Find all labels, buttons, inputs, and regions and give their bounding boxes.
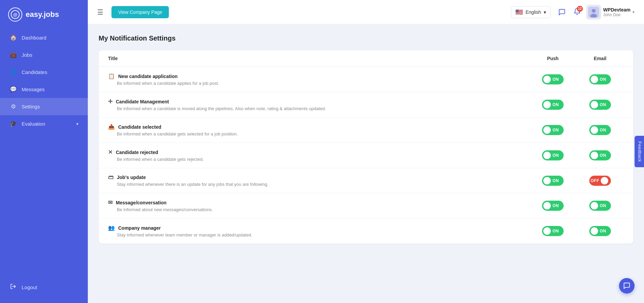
settings-icon: ⚙: [9, 103, 17, 110]
sidebar-item-jobs[interactable]: 💼 Jobs: [0, 46, 88, 64]
col-title-header: Title: [108, 56, 529, 61]
sidebar-item-candidates[interactable]: 👤 Candidates: [0, 64, 88, 81]
push-toggle-candidate-selected[interactable]: ON: [542, 125, 564, 135]
sidebar-item-dashboard[interactable]: 🏠 Dashboard: [0, 29, 88, 46]
row-title-message: Message/conversation: [116, 200, 166, 205]
notification-settings-card: Title Push Email 📋 New candidate applica…: [99, 50, 633, 244]
flag-icon: 🇺🇸: [515, 8, 523, 16]
new-candidate-icon: 📋: [108, 73, 115, 79]
user-subtitle: John Doe: [603, 12, 630, 17]
jobs-icon: 💼: [9, 51, 17, 58]
email-toggle-message[interactable]: ON: [589, 201, 611, 211]
row-desc-new-candidate: Be informed when a candidate applies for…: [117, 81, 529, 86]
chevron-down-icon: ▾: [76, 122, 78, 126]
main-content: ☰ View Company Page 🇺🇸 English ▾ 12: [88, 0, 644, 303]
push-toggle-message[interactable]: ON: [542, 201, 564, 211]
col-email-header: Email: [576, 56, 624, 61]
col-push-header: Push: [529, 56, 576, 61]
candidate-mgmt-icon: ✛: [108, 98, 112, 105]
row-title-jobs-update: Job's update: [117, 175, 146, 180]
row-desc-jobs-update: Stay informed whenever there is an updat…: [117, 182, 529, 187]
row-desc-candidate-selected: Be informed when a candidate gets select…: [117, 131, 529, 136]
logo-icon: @: [8, 7, 22, 22]
row-desc-candidate-mgmt: Be informed when a candidate is moved al…: [117, 106, 529, 111]
candidates-icon: 👤: [9, 69, 17, 76]
row-title-new-candidate: New candidate application: [118, 74, 178, 79]
table-row: 📋 New candidate application Be informed …: [99, 67, 633, 92]
email-toggle-jobs-update[interactable]: OFF: [589, 176, 611, 186]
table-row: 👥 Company manager Stay informed whenever…: [99, 219, 633, 244]
push-toggle-company-manager[interactable]: ON: [542, 226, 564, 236]
chat-bubble[interactable]: [619, 278, 635, 294]
table-row: ✉ Message/conversation Be informed about…: [99, 193, 633, 219]
row-title-candidate-mgmt: Candidate Management: [116, 99, 169, 104]
jobs-update-icon: 🗃: [108, 174, 113, 180]
row-title-candidate-rejected: Candidate rejected: [116, 150, 158, 155]
view-company-page-button[interactable]: View Company Page: [111, 6, 169, 18]
sidebar-item-settings[interactable]: ⚙ Settings: [0, 98, 88, 115]
logout-icon: [9, 283, 17, 291]
header: ☰ View Company Page 🇺🇸 English ▾ 12: [88, 0, 644, 24]
company-manager-icon: 👥: [108, 225, 115, 231]
email-toggle-candidate-rejected[interactable]: ON: [589, 150, 611, 160]
candidate-rejected-icon: ✕: [108, 149, 112, 155]
svg-text:@: @: [13, 12, 18, 17]
sidebar-item-evaluation[interactable]: 🎓 Evaluation ▾: [0, 115, 88, 132]
logo-area[interactable]: @ easy.jobs: [0, 0, 88, 29]
language-chevron-icon: ▾: [544, 9, 546, 15]
row-desc-company-manager: Stay informed whenever team member or ma…: [117, 232, 529, 237]
notification-count-badge: 12: [577, 6, 583, 12]
sidebar-item-logout[interactable]: Logout: [0, 278, 88, 296]
sidebar-item-messages[interactable]: 💬 Messages: [0, 81, 88, 98]
language-label: English: [525, 9, 541, 15]
push-toggle-candidate-mgmt[interactable]: ON: [542, 100, 564, 110]
user-chevron-icon: ▾: [633, 10, 635, 15]
sidebar: @ easy.jobs 🏠 Dashboard 💼 Jobs 👤 Candida…: [0, 0, 88, 303]
row-title-candidate-selected: Candidate selected: [118, 124, 161, 130]
page-content: My Notification Settings Title Push Emai…: [88, 24, 644, 303]
evaluation-icon: 🎓: [9, 120, 17, 127]
email-toggle-candidate-selected[interactable]: ON: [589, 125, 611, 135]
table-row: ✛ Candidate Management Be informed when …: [99, 92, 633, 118]
email-toggle-candidate-mgmt[interactable]: ON: [589, 100, 611, 110]
table-row: ✕ Candidate rejected Be informed when a …: [99, 143, 633, 168]
messages-icon: 💬: [9, 86, 17, 93]
table-row: 🗃 Job's update Stay informed whenever th…: [99, 168, 633, 193]
feedback-tab[interactable]: Feedback: [635, 136, 644, 167]
row-desc-message: Be informed about new messages/conversat…: [117, 207, 529, 212]
email-toggle-new-candidate[interactable]: ON: [589, 74, 611, 84]
push-toggle-new-candidate[interactable]: ON: [542, 74, 564, 84]
language-selector[interactable]: 🇺🇸 English ▾: [511, 6, 550, 18]
table-header: Title Push Email: [99, 50, 633, 67]
table-row: 📤 Candidate selected Be informed when a …: [99, 118, 633, 143]
menu-icon[interactable]: ☰: [97, 8, 103, 16]
push-toggle-candidate-rejected[interactable]: ON: [542, 150, 564, 160]
notifications-bell[interactable]: 12: [573, 8, 581, 17]
user-menu[interactable]: WPDevteam John Doe ▾: [586, 5, 635, 20]
push-toggle-jobs-update[interactable]: ON: [542, 176, 564, 186]
row-desc-candidate-rejected: Be informed when a candidate gets reject…: [117, 157, 529, 162]
user-name: WPDevteam: [603, 7, 630, 12]
logo-text: easy.jobs: [26, 10, 59, 19]
chat-icon[interactable]: [556, 6, 568, 18]
svg-point-4: [592, 9, 595, 12]
email-toggle-company-manager[interactable]: ON: [589, 226, 611, 236]
candidate-selected-icon: 📤: [108, 124, 115, 130]
message-icon: ✉: [108, 199, 112, 206]
home-icon: 🏠: [9, 34, 17, 41]
row-title-company-manager: Company manager: [118, 225, 161, 231]
page-title: My Notification Settings: [99, 34, 633, 42]
